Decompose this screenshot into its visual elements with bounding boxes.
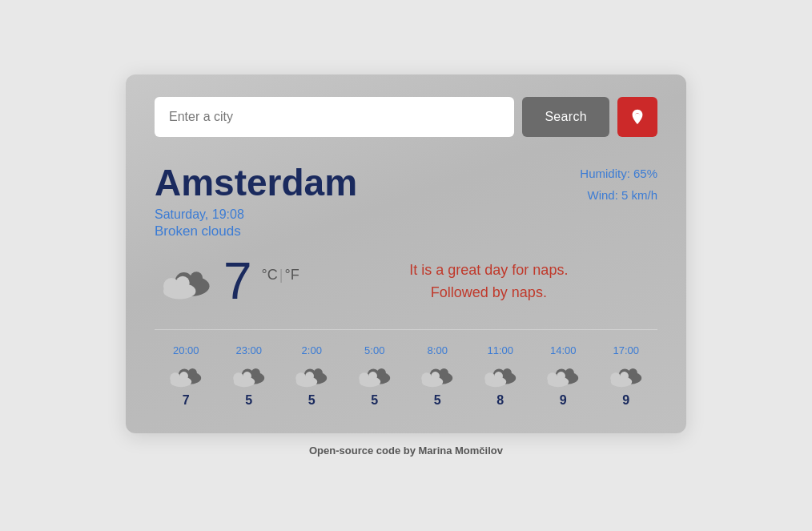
fahrenheit-unit[interactable]: °F [284,267,299,283]
date-time: Saturday, 19:08 [155,207,357,222]
svg-point-12 [179,372,188,380]
forecast-temp: 8 [496,393,504,408]
forecast-weather-icon [607,361,645,388]
svg-point-3 [190,272,203,285]
svg-point-15 [251,368,260,377]
celsius-unit[interactable]: °C [262,267,278,283]
forecast-item: 8:00 5 [406,344,469,408]
forecast-row: 20:00 7 23:00 5 2:00 [155,329,657,408]
forecast-temp: 9 [560,393,567,408]
footer-prefix: Open-source code [309,445,404,457]
forecast-temp: 5 [371,393,378,408]
weather-card: Search Amsterdam Saturday, 19:08 Broken … [126,74,686,434]
forecast-item: 5:00 5 [344,344,407,408]
forecast-temp: 7 [183,393,190,408]
forecast-time: 23:00 [235,344,262,356]
temperature: 7 [223,255,252,307]
svg-point-17 [233,373,243,384]
nap-line1: It is a great day for naps. [324,259,654,282]
forecast-weather-icon [481,361,520,388]
forecast-item: 20:00 7 [155,344,218,408]
forecast-time: 5:00 [364,344,384,356]
city-name: Amsterdam [155,163,357,203]
location-icon [629,108,646,126]
city-section: Amsterdam Saturday, 19:08 Broken clouds [155,163,357,240]
svg-point-39 [503,368,512,377]
svg-point-29 [359,373,369,384]
footer: Open-source code by Marina Momčilov [309,445,503,457]
forecast-item: 23:00 5 [218,344,281,408]
svg-point-54 [620,372,629,380]
forecast-time: 2:00 [302,344,322,356]
forecast-weather-icon [544,361,582,388]
svg-point-9 [188,368,197,377]
forecast-time: 20:00 [173,344,199,356]
forecast-weather-icon [356,361,394,388]
unit-divider: | [279,267,283,283]
location-button[interactable] [617,97,657,137]
search-row: Search [155,97,657,137]
forecast-time: 14:00 [550,344,577,356]
svg-point-24 [305,372,314,380]
svg-point-6 [176,276,190,290]
forecast-time: 8:00 [428,344,448,356]
forecast-item: 2:00 5 [280,344,344,408]
svg-point-36 [431,372,440,380]
svg-point-21 [314,368,323,377]
forecast-item: 17:00 9 [595,344,658,408]
svg-point-41 [484,373,495,384]
weather-icon [158,261,214,301]
app-container: Search Amsterdam Saturday, 19:08 Broken … [126,74,686,457]
search-input[interactable] [155,97,514,137]
humidity-wind: Humidity: 65% Wind: 5 km/h [580,163,657,206]
nap-message: It is a great day for naps. Followed by … [299,259,654,305]
forecast-temp: 5 [434,393,441,408]
forecast-temp: 5 [308,393,316,408]
svg-point-11 [170,373,180,384]
svg-point-42 [494,372,503,380]
search-button[interactable]: Search [522,97,609,137]
forecast-weather-icon [418,361,456,388]
temp-left: 7 °C|°F [158,255,299,307]
forecast-weather-icon [167,361,205,388]
svg-point-30 [368,372,377,380]
unit-toggle: °C|°F [262,267,299,284]
forecast-weather-icon [292,361,331,388]
svg-point-23 [295,373,306,384]
svg-point-51 [629,368,637,377]
wind: Wind: 5 km/h [580,184,657,206]
svg-point-33 [440,368,448,377]
condition: Broken clouds [155,223,357,239]
svg-point-48 [557,372,565,380]
forecast-weather-icon [230,361,268,388]
forecast-item: 11:00 8 [469,344,533,408]
forecast-temp: 5 [245,393,252,408]
forecast-temp: 9 [622,393,629,408]
forecast-time: 11:00 [487,344,513,356]
svg-point-47 [547,373,557,384]
forecast-item: 14:00 9 [532,344,595,408]
footer-by: by Marina Momčilov [404,445,503,457]
svg-point-35 [421,373,432,384]
humidity: Humidity: 65% [580,163,657,184]
svg-point-53 [610,373,621,384]
temp-row: 7 °C|°F It is a great day for naps. Foll… [155,255,657,307]
nap-line2: Followed by naps. [324,281,654,304]
svg-point-18 [243,372,251,380]
forecast-time: 17:00 [613,344,639,356]
svg-point-45 [565,368,574,377]
main-info: Amsterdam Saturday, 19:08 Broken clouds … [155,163,657,240]
svg-point-27 [377,368,386,377]
